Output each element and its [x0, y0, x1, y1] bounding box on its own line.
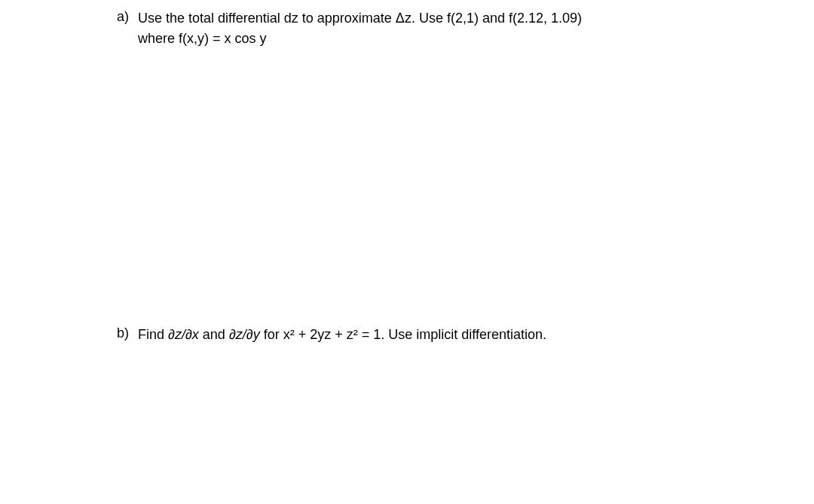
problem-a-content: Use the total differential dz to approxi…: [138, 9, 739, 48]
document-page: a) Use the total differential dz to appr…: [0, 0, 814, 345]
problem-b-text1: Find: [138, 327, 168, 342]
problem-a-line2: where f(x,y) = x cos y: [138, 29, 739, 48]
problem-b-text2: and: [199, 327, 229, 342]
problem-b-expr1: ∂z/∂x: [168, 327, 199, 342]
problem-b-label: b): [117, 325, 138, 341]
problem-b: b) Find ∂z/∂x and ∂z/∂y for x² + 2yz + z…: [117, 325, 739, 344]
problem-b-content: Find ∂z/∂x and ∂z/∂y for x² + 2yz + z² =…: [138, 325, 739, 344]
problem-a: a) Use the total differential dz to appr…: [117, 9, 739, 48]
problem-a-label: a): [117, 9, 138, 25]
problem-a-line1: Use the total differential dz to approxi…: [138, 9, 739, 28]
problem-b-text3: for x² + 2yz + z² = 1. Use implicit diff…: [260, 327, 546, 342]
problem-b-expr2: ∂z/∂y: [229, 327, 260, 342]
